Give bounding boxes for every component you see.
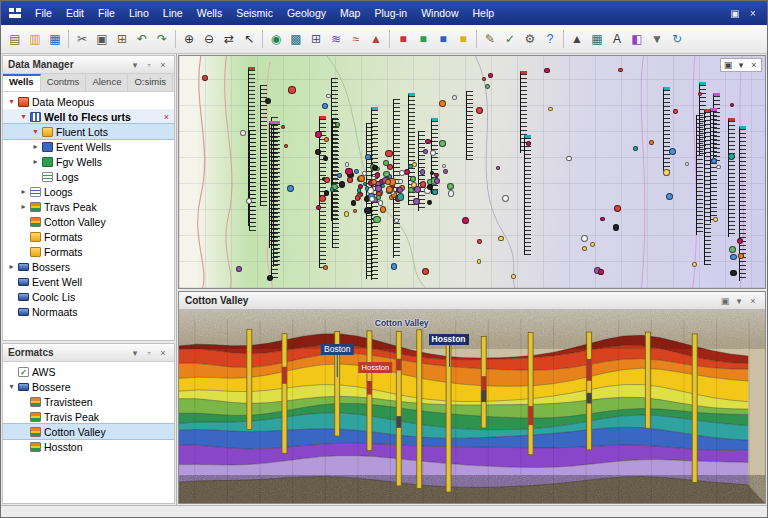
well-log-track[interactable]	[524, 135, 531, 255]
refresh-icon[interactable]: ↻	[667, 29, 687, 49]
tree-item-data-meopus[interactable]: ▾Data Meopus	[3, 94, 174, 109]
well-marker[interactable]	[728, 153, 735, 160]
well-marker[interactable]	[408, 187, 414, 193]
well-marker[interactable]	[485, 84, 490, 89]
zoom-out-icon[interactable]: ⊖	[199, 29, 219, 49]
well-marker[interactable]	[673, 109, 677, 113]
cross-section-header[interactable]: Cotton Valley ▣▾×	[179, 292, 765, 310]
zoom-in-icon[interactable]: ⊕	[179, 29, 199, 49]
close-icon[interactable]: ×	[748, 59, 760, 71]
well-marker[interactable]	[316, 205, 321, 210]
collapse-icon[interactable]: ▾	[30, 127, 41, 136]
tree-item-formats[interactable]: Formats	[3, 229, 174, 244]
well-marker[interactable]	[633, 146, 638, 151]
menu-map-8[interactable]: Map	[333, 4, 367, 22]
well-marker[interactable]	[581, 235, 588, 242]
well-marker[interactable]	[452, 95, 457, 100]
tab-contms[interactable]: Contms	[41, 74, 87, 91]
well-marker[interactable]	[394, 218, 399, 223]
well-marker[interactable]	[614, 205, 621, 212]
well-marker[interactable]	[326, 94, 331, 99]
grid-icon[interactable]: ⊞	[306, 29, 326, 49]
well-log-track[interactable]	[331, 78, 338, 221]
cross-section-canvas[interactable]: BostonCotton ValleyHosstonHosston	[179, 310, 765, 503]
copy-icon[interactable]: ▣	[92, 29, 112, 49]
app-icon[interactable]	[7, 6, 23, 20]
close-icon[interactable]: ×	[157, 347, 169, 359]
well-marker[interactable]	[410, 176, 416, 182]
well-marker[interactable]	[357, 188, 361, 192]
well-marker[interactable]	[324, 137, 329, 142]
blue-marker-icon[interactable]: ■	[433, 29, 453, 49]
well-marker[interactable]	[371, 179, 377, 185]
layers-icon[interactable]: ≋	[326, 29, 346, 49]
well-marker[interactable]	[413, 198, 420, 205]
menu-seismic-6[interactable]: Seismic	[229, 4, 280, 22]
save-icon[interactable]: ▦	[45, 29, 65, 49]
well-marker[interactable]	[345, 168, 352, 175]
tree-item-travs-peak[interactable]: ▸Travs Peak	[3, 199, 174, 214]
tree-item-hosston[interactable]: Hosston	[3, 439, 174, 454]
close-icon[interactable]: ×	[164, 112, 169, 122]
close-icon[interactable]: ×	[747, 295, 759, 307]
well-marker[interactable]	[448, 190, 454, 196]
menu-geology-7[interactable]: Geology	[280, 4, 333, 22]
well-icon[interactable]: ◉	[266, 29, 286, 49]
redo-icon[interactable]: ↷	[152, 29, 172, 49]
maximize-icon[interactable]: ▣	[722, 59, 734, 71]
well-marker[interactable]	[358, 175, 365, 182]
wellbore[interactable]	[396, 331, 401, 486]
wellbore[interactable]	[692, 334, 697, 482]
menu-edit-1[interactable]: Edit	[59, 4, 91, 22]
tree-item-loogs[interactable]: ▸Loogs	[3, 184, 174, 199]
menu-window-10[interactable]: Window	[414, 4, 465, 22]
well-log-track[interactable]	[663, 87, 670, 171]
well-marker[interactable]	[618, 68, 622, 72]
well-marker[interactable]	[337, 173, 342, 178]
window-icon[interactable]: ▣	[727, 8, 743, 19]
well-marker[interactable]	[324, 177, 329, 182]
pointer-icon[interactable]: ↖	[239, 29, 259, 49]
wellbore[interactable]	[645, 332, 650, 428]
pin-icon[interactable]: ▾	[733, 295, 745, 307]
tree-item-cotton-valley[interactable]: Cotton Valley	[3, 214, 174, 229]
tab-o-simis[interactable]: O:simis	[128, 74, 173, 91]
well-marker[interactable]	[443, 169, 448, 174]
expand-icon[interactable]: ▸	[6, 262, 17, 271]
well-marker[interactable]	[430, 150, 436, 156]
float-icon[interactable]: ▫	[143, 59, 155, 71]
close-icon[interactable]: ×	[157, 59, 169, 71]
tree-item-aws[interactable]: ✓AWS	[3, 364, 174, 379]
well-marker[interactable]	[649, 140, 654, 145]
well-marker[interactable]	[202, 75, 208, 81]
tree-item-bossere[interactable]: ▾Bossere	[3, 379, 174, 394]
well-marker[interactable]	[373, 216, 380, 223]
well-marker[interactable]	[398, 179, 403, 184]
well-marker[interactable]	[439, 140, 446, 147]
well-marker[interactable]	[598, 269, 604, 275]
tree-item-travisteen[interactable]: Travisteen	[3, 394, 174, 409]
well-marker[interactable]	[315, 149, 321, 155]
dropdown-icon[interactable]: ▾	[129, 347, 141, 359]
cut-icon[interactable]: ✂	[72, 29, 92, 49]
color-swatch-icon[interactable]: ◧	[627, 29, 647, 49]
tree-item-event-wells[interactable]: ▸Event Wells	[3, 139, 174, 154]
well-marker[interactable]	[246, 198, 252, 204]
well-marker[interactable]	[738, 253, 744, 259]
well-marker[interactable]	[376, 195, 381, 200]
menu-wells-5[interactable]: Wells	[190, 4, 229, 22]
well-marker[interactable]	[354, 169, 359, 174]
formats-header[interactable]: Eormatcs ▾▫×	[3, 344, 174, 362]
green-marker-icon[interactable]: ■	[413, 29, 433, 49]
tree-item-normaats[interactable]: Normaats	[3, 304, 174, 319]
menu-help-11[interactable]: Help	[466, 4, 502, 22]
well-marker[interactable]	[330, 187, 335, 192]
expand-icon[interactable]: ▸	[18, 202, 29, 211]
well-marker[interactable]	[324, 190, 329, 195]
map-canvas[interactable]	[179, 56, 765, 288]
well-marker[interactable]	[422, 268, 429, 275]
well-marker[interactable]	[240, 130, 246, 136]
menu-file-0[interactable]: File	[28, 4, 59, 22]
well-marker[interactable]	[566, 156, 572, 162]
well-marker[interactable]	[590, 242, 595, 247]
